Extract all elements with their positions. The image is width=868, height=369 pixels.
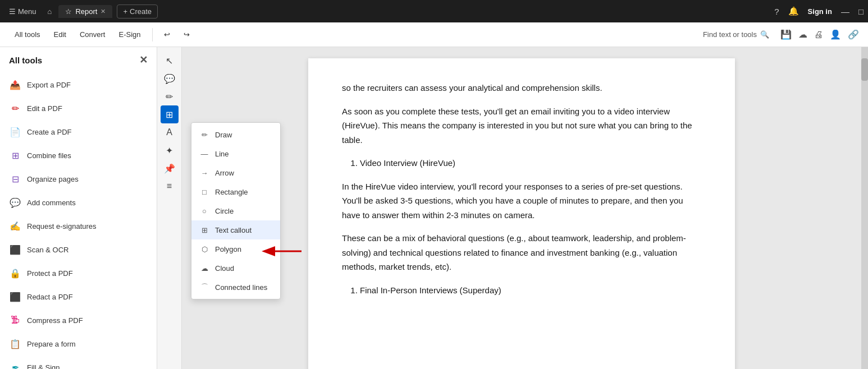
toolbar-actions: 💾 ☁ 🖨 👤 🔗: [780, 29, 859, 40]
edit-pdf-label: Edit a PDF: [27, 104, 62, 113]
share-icon[interactable]: 👤: [830, 29, 841, 40]
maximize-icon[interactable]: □: [858, 7, 864, 16]
dropdown-item-text-callout[interactable]: ⊞ Text callout: [191, 220, 280, 239]
dropdown-item-arrow[interactable]: → Arrow: [191, 163, 280, 182]
tool-item-scan-ocr[interactable]: ⬛ Scan & OCR: [0, 238, 157, 261]
all-tools-panel: All tools ✕ 📤 Export a PDF ✏ Edit a PDF …: [0, 47, 157, 369]
connected-lines-dropdown-label: Connected lines: [215, 283, 267, 292]
toolbar-separator: [152, 28, 153, 41]
search-bar[interactable]: Find text or tools 🔍: [703, 30, 769, 39]
tab-star-icon: ☆: [65, 7, 72, 16]
pdf-list-item-2: Final In-Person Interviews (Superday): [360, 283, 701, 298]
text-draw-icon: A: [166, 127, 172, 137]
fill-sign-label: Fill & Sign: [27, 363, 60, 370]
tool-item-redact-pdf[interactable]: ⬛ Redact a PDF: [0, 285, 157, 308]
select-draw-icon: ↖: [166, 56, 173, 66]
search-icon: 🔍: [760, 30, 769, 39]
connected-lines-dropdown-icon: ⌒: [199, 282, 209, 292]
tool-item-export-pdf[interactable]: 📤 Export a PDF: [0, 73, 157, 96]
comment-draw-icon: 💬: [164, 73, 175, 84]
draw-tool-select[interactable]: ↖: [161, 52, 179, 70]
save-icon[interactable]: 💾: [780, 29, 792, 40]
all-tools-button[interactable]: All tools: [9, 27, 46, 42]
draw-tool-highlight[interactable]: ✏: [161, 87, 179, 105]
tool-item-organize-pages[interactable]: ⊟ Organize pages: [0, 167, 157, 191]
redact-pdf-icon: ⬛: [9, 290, 21, 303]
scan-ocr-icon: ⬛: [9, 243, 21, 256]
export-pdf-icon: 📤: [9, 79, 21, 91]
arrow-indicator: [259, 240, 304, 264]
tool-item-edit-pdf[interactable]: ✏ Edit a PDF: [0, 96, 157, 120]
pdf-paragraph-2: As soon as you complete these tests, you…: [342, 104, 701, 147]
home-icon: ⌂: [48, 7, 52, 16]
panel-close-button[interactable]: ✕: [139, 54, 148, 66]
help-icon[interactable]: ?: [774, 7, 779, 16]
sign-in-button[interactable]: Sign in: [808, 7, 832, 16]
minimize-icon[interactable]: —: [841, 7, 849, 16]
prepare-form-label: Prepare a form: [27, 340, 76, 348]
draw-tool-stamp[interactable]: ✦: [161, 141, 179, 159]
tool-item-combine-files[interactable]: ⊞ Combine files: [0, 144, 157, 167]
drawing-toolbar: ↖💬✏⊞A✦📌≡: [157, 47, 182, 369]
scrollbar-thumb[interactable]: [861, 58, 868, 81]
cloud-dropdown-label: Cloud: [215, 264, 234, 273]
dropdown-item-line[interactable]: — Line: [191, 144, 280, 163]
draw-tool-comment[interactable]: 💬: [161, 70, 179, 87]
tool-item-create-pdf[interactable]: 📄 Create a PDF: [0, 120, 157, 144]
pdf-list-2: Final In-Person Interviews (Superday): [360, 283, 701, 298]
dropdown-item-circle[interactable]: ○ Circle: [191, 201, 280, 220]
dropdown-item-rectangle[interactable]: □ Rectangle: [191, 182, 280, 201]
pin-draw-icon: 📌: [164, 163, 175, 174]
home-button[interactable]: ⌂: [45, 5, 54, 18]
pdf-list-1: Video Interview (HireVue): [360, 156, 701, 170]
new-tab-plus-icon: +: [123, 7, 127, 16]
draw-tool-pin[interactable]: 📌: [161, 159, 179, 177]
draw-tool-lines[interactable]: ≡: [161, 177, 179, 195]
pdf-page: so the recruiters can assess your analyt…: [308, 58, 735, 369]
circle-dropdown-label: Circle: [215, 207, 234, 215]
content-area[interactable]: so the recruiters can assess your analyt…: [182, 47, 861, 369]
undo-button[interactable]: ↩: [158, 27, 176, 42]
notification-icon[interactable]: 🔔: [788, 6, 799, 16]
drawing-dropdown-menu: ✏ Draw — Line → Arrow □ Rectangle ○ Circ…: [191, 122, 281, 299]
export-pdf-label: Export a PDF: [27, 81, 71, 89]
pdf-paragraph-3: In the HireVue video interview, you'll r…: [342, 179, 701, 223]
polygon-dropdown-label: Polygon: [215, 245, 241, 253]
dropdown-item-draw[interactable]: ✏ Draw: [191, 125, 280, 144]
tool-item-add-comments[interactable]: 💬 Add comments: [0, 191, 157, 214]
tool-item-request-esignatures[interactable]: ✍ Request e-signatures: [0, 214, 157, 238]
draw-tool-text[interactable]: A: [161, 123, 179, 141]
tab-close-button[interactable]: ✕: [100, 8, 106, 15]
draw-dropdown-label: Draw: [215, 131, 232, 139]
dropdown-item-connected-lines[interactable]: ⌒ Connected lines: [191, 278, 280, 297]
panel-header: All tools ✕: [0, 47, 157, 73]
draw-dropdown-icon: ✏: [199, 130, 209, 140]
scan-ocr-label: Scan & OCR: [27, 246, 68, 254]
new-tab-label: Create: [130, 7, 152, 16]
menu-button[interactable]: ☰ Menu: [4, 5, 41, 18]
tool-item-fill-sign[interactable]: ✒ Fill & Sign: [0, 356, 157, 369]
link-icon[interactable]: 🔗: [848, 29, 859, 40]
tool-item-protect-pdf[interactable]: 🔒 Protect a PDF: [0, 261, 157, 285]
compress-pdf-label: Compress a PDF: [27, 316, 83, 325]
tool-item-prepare-form[interactable]: 📋 Prepare a form: [0, 332, 157, 356]
print-icon[interactable]: 🖨: [814, 30, 823, 40]
report-tab[interactable]: ☆ Report ✕: [58, 5, 112, 18]
tool-item-compress-pdf[interactable]: 🗜 Compress a PDF: [0, 308, 157, 332]
redo-button[interactable]: ↪: [178, 27, 195, 42]
top-bar-left: ☰ Menu ⌂ ☆ Report ✕ + Create: [4, 4, 770, 19]
new-tab-button[interactable]: + Create: [117, 4, 158, 19]
right-scrollbar[interactable]: [861, 47, 868, 369]
esign-button[interactable]: E-Sign: [113, 27, 146, 42]
highlight-draw-icon: ✏: [166, 91, 173, 102]
tab-title: Report: [75, 7, 97, 16]
panel-title: All tools: [9, 56, 42, 65]
create-pdf-icon: 📄: [9, 126, 21, 138]
edit-button[interactable]: Edit: [48, 27, 72, 42]
top-bar-right: ? 🔔 Sign in — □: [774, 6, 864, 16]
draw-tool-annotation[interactable]: ⊞: [161, 105, 179, 123]
convert-button[interactable]: Convert: [74, 27, 111, 42]
rectangle-dropdown-label: Rectangle: [215, 188, 248, 196]
text-callout-dropdown-label: Text callout: [215, 226, 252, 234]
cloud-upload-icon[interactable]: ☁: [798, 29, 807, 40]
